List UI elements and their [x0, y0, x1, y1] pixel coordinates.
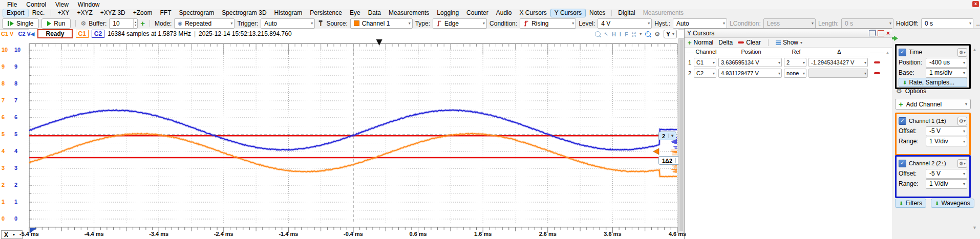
plot-scrollbar[interactable] — [678, 38, 684, 234]
tab-zoom[interactable]: +Zoom — [130, 9, 156, 17]
time-options-button[interactable]: ⚙▾ — [957, 48, 967, 57]
plot-settings-icon[interactable]: ⚙ — [654, 31, 660, 38]
tab-xyz[interactable]: +XYZ — [73, 9, 96, 17]
add-delta-cursor-button[interactable]: Delta — [718, 39, 733, 46]
filters-label: Filters — [905, 200, 922, 207]
menu-window[interactable]: Window — [74, 1, 104, 9]
tab-xy[interactable]: +XY — [54, 9, 73, 17]
single-button[interactable]: Single — [2, 18, 39, 29]
tab-data[interactable]: Data — [365, 9, 385, 17]
tab-measurements[interactable]: Measurements — [385, 9, 433, 17]
zoom-icon[interactable] — [595, 31, 601, 37]
cursor-ref-select[interactable]: 2▾ — [784, 58, 806, 67]
tab-xyz-3d[interactable]: +XYZ 3D — [97, 9, 129, 17]
level-select[interactable]: 4 V ▾ — [598, 18, 652, 29]
pointer-tool-icon[interactable]: ↖ — [604, 31, 608, 37]
tab-digital[interactable]: Digital — [614, 9, 638, 17]
vertical-measure-icon[interactable]: I — [620, 31, 621, 37]
tab-logging[interactable]: Logging — [433, 9, 462, 17]
remove-cursor-button[interactable] — [870, 61, 884, 63]
holdoff-select[interactable]: 0 s ▾ — [921, 18, 973, 29]
condition-label: Condition: — [489, 20, 517, 27]
mode-select[interactable]: ◉ Repeated ▾ — [174, 18, 235, 29]
options-button[interactable]: ⚙ Options — [896, 87, 926, 95]
edge-measure-icon[interactable]: F — [625, 31, 628, 37]
time-enabled-checkbox[interactable]: ✓ — [899, 49, 906, 56]
show-menu-button[interactable]: Show ▾ — [776, 39, 802, 46]
float-panel-icon[interactable] — [869, 30, 876, 36]
channel2-enabled-checkbox[interactable]: ✓ — [899, 160, 906, 167]
c2-axis-tick: 2 — [14, 182, 17, 188]
expand-panel-icon[interactable] — [894, 36, 898, 41]
menu-control[interactable]: Control — [22, 1, 50, 9]
sidebar-scroll-down-icon[interactable]: ▼ — [972, 225, 977, 230]
cursor2-badge[interactable]: 2 ▼ — [658, 132, 676, 140]
cursor-channel-select[interactable]: C1▾ — [694, 58, 716, 67]
tab-audio[interactable]: Audio — [493, 9, 516, 17]
channel1-badge[interactable]: C1 — [76, 30, 89, 38]
hysteresis-select[interactable]: Auto ▾ — [673, 18, 727, 29]
channel1-options-button[interactable]: ⚙▾ — [957, 117, 967, 125]
run-button[interactable]: Run — [41, 18, 71, 29]
time-base-select[interactable]: 1 ms/div ▾ — [926, 68, 967, 78]
buffer-stepper[interactable]: 10 ▴▾ — [109, 18, 138, 29]
tab-spectrogram[interactable]: Spectrogram — [175, 9, 218, 17]
cursor-position-select[interactable]: 3.636595134 V▾ — [718, 58, 782, 67]
cursor-position-select[interactable]: 4.931129477 V▾ — [718, 69, 782, 78]
horizontal-measure-icon[interactable]: H — [612, 31, 616, 37]
menu-file[interactable]: File — [3, 1, 21, 9]
channel2-options-button[interactable]: ⚙▾ — [957, 159, 967, 168]
add-channel-button[interactable]: + Add Channel ▾ — [895, 99, 971, 110]
collapse-axis-icon[interactable]: ◀ — [30, 31, 34, 37]
cursor-delta-select[interactable]: -1.2945343427 V▾ — [808, 58, 868, 67]
tab-fft[interactable]: FFT — [156, 9, 175, 17]
add-buffer-icon[interactable]: + — [140, 19, 145, 28]
quick-measure-icon[interactable]: 1 23 4 — [632, 31, 636, 37]
channel2-range-select[interactable]: 1 V/div ▾ — [926, 179, 967, 189]
y-cursors-titlebar[interactable]: Y Cursors × — [685, 29, 892, 38]
tab-export[interactable]: Export — [3, 9, 28, 17]
sidebar-scroll-up-icon[interactable]: ▲ — [972, 47, 977, 52]
window-close-button[interactable]: x — [972, 1, 979, 7]
type-select[interactable]: Edge ▾ — [433, 18, 487, 29]
add-normal-cursor-button[interactable]: + Normal — [688, 39, 713, 47]
clear-cursors-button[interactable]: Clear — [738, 39, 761, 46]
tab-persistence[interactable]: Persistence — [306, 9, 346, 17]
tab-counter[interactable]: Counter — [463, 9, 492, 17]
trigger-select[interactable]: Auto ▾ — [261, 18, 315, 29]
toolbar-overflow-button[interactable]: … — [976, 20, 980, 27]
table-scroll-up-icon[interactable]: ▲ — [885, 50, 890, 55]
cursor-ref-select[interactable]: none▾ — [784, 69, 806, 78]
x-axis-label: X — [2, 231, 11, 238]
close-panel-icon[interactable]: × — [886, 31, 890, 36]
cursor-channel-select[interactable]: C2▾ — [694, 69, 716, 78]
rate-samples-button[interactable]: ⬇ Rate, Samples... — [899, 78, 967, 87]
buffer-gear-icon[interactable]: ⚙ — [80, 20, 86, 27]
tab-histogram[interactable]: Histogram — [271, 9, 306, 17]
maximize-panel-icon[interactable] — [878, 30, 884, 36]
tab-x-cursors[interactable]: X Cursors — [516, 9, 550, 17]
x-axis-tick: -1.4 ms — [272, 231, 305, 237]
remove-cursor-button[interactable] — [870, 72, 884, 74]
filters-button[interactable]: ⬇ Filters — [895, 199, 926, 208]
stepper-arrows-icon[interactable]: ▴▾ — [133, 19, 137, 28]
tab-notes[interactable]: Notes — [586, 9, 609, 17]
channel1-range-select[interactable]: 1 V/div ▾ — [926, 137, 967, 146]
time-position-select[interactable]: -400 us ▾ — [926, 58, 967, 68]
channel1-offset-select[interactable]: -5 V ▾ — [926, 126, 967, 136]
condition-select[interactable]: Rising ▾ — [520, 18, 576, 29]
chevron-down-icon[interactable]: ▾ — [640, 32, 642, 36]
menu-view[interactable]: View — [51, 1, 73, 9]
channel2-badge[interactable]: C2 — [92, 30, 104, 38]
tab-y-cursors[interactable]: Y Cursors — [551, 9, 585, 17]
channel2-offset-select[interactable]: -5 V ▾ — [926, 169, 967, 179]
chevron-down-icon[interactable]: ▼ — [668, 134, 676, 138]
wavegens-button[interactable]: ⬇ Wavegens — [931, 199, 974, 208]
tab-spectrogram-3d[interactable]: Spectrogram 3D — [218, 9, 270, 17]
channel1-enabled-checkbox[interactable]: ✓ — [899, 117, 906, 125]
zoom-in-icon[interactable]: + — [645, 31, 651, 37]
source-select[interactable]: Channel 1 ▾ — [350, 18, 413, 29]
tab-eye[interactable]: Eye — [346, 9, 364, 17]
y-axis-selector[interactable]: Y ▾ — [664, 30, 677, 38]
tab-rec[interactable]: Rec. — [29, 9, 49, 17]
